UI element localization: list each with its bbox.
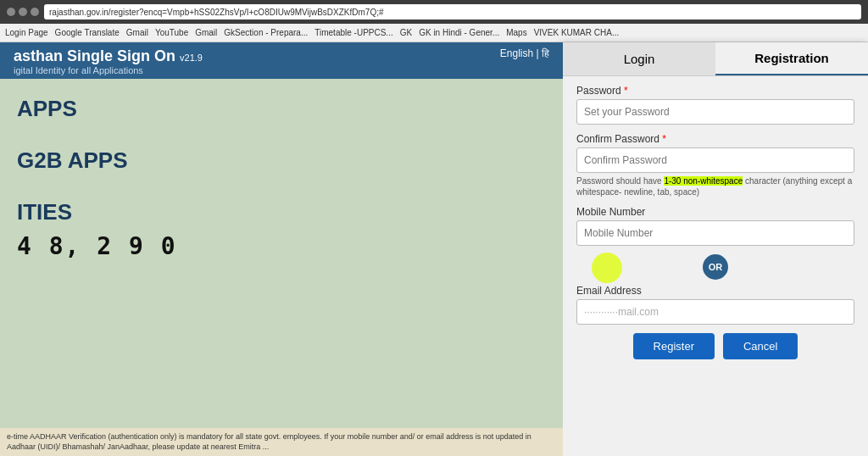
site-version: v21.9 (180, 53, 203, 63)
action-buttons: Register Cancel (576, 333, 854, 359)
site-branding: asthan Single Sign On v21.9 igital Ident… (14, 47, 203, 75)
g2b-section-label: G2B APPS (17, 147, 546, 174)
confirm-password-input[interactable] (576, 147, 854, 173)
lang-selector[interactable]: English | हि (500, 47, 549, 59)
bookmark-gmail2[interactable]: Gmail (195, 28, 217, 37)
url-bar[interactable]: rajasthan.gov.in/register?encq=Vmpb+hSS0… (44, 4, 861, 19)
bookmark-vivek[interactable]: VIVEK KUMAR CHA... (534, 28, 620, 37)
bookmark-youtube[interactable]: YouTube (155, 28, 188, 37)
register-button[interactable]: Register (633, 333, 715, 359)
email-label: Email Address (576, 285, 854, 297)
counter-display: 4 8, 2 9 0 (17, 232, 546, 260)
bookmark-gmail1[interactable]: Gmail (126, 28, 148, 37)
site-title: asthan Single Sign On v21.9 (14, 47, 203, 65)
right-panel: Login Registration Password * Confirm Pa… (563, 42, 868, 456)
or-divider: OR (576, 254, 854, 280)
tab-registration[interactable]: Registration (715, 42, 868, 75)
utilities-section-label: ITIES (17, 199, 546, 225)
confirm-password-field-group: Confirm Password * Password should have … (576, 133, 854, 197)
confirm-required-star: * (659, 133, 666, 145)
browser-btn-refresh[interactable] (31, 8, 39, 16)
apps-section-label: APPS (17, 96, 546, 122)
email-field-group: Email Address ············mail.com (576, 285, 854, 325)
mobile-field-group: Mobile Number (576, 206, 854, 246)
bookmark-gk[interactable]: GK (400, 28, 412, 37)
password-field-group: Password * (576, 85, 854, 125)
password-hint: Password should have 1-30 non-whitespace… (576, 175, 854, 197)
confirm-password-label: Confirm Password * (576, 133, 854, 145)
bookmark-maps[interactable]: Maps (506, 28, 526, 37)
site-subtitle: igital Identity for all Applications (14, 65, 203, 75)
bookmark-gksection[interactable]: GkSection - Prepara... (224, 28, 308, 37)
password-label: Password * (576, 85, 854, 97)
tab-login[interactable]: Login (563, 42, 715, 75)
site-header: asthan Single Sign On v21.9 igital Ident… (0, 42, 563, 79)
bookmarks-bar: Login Page Google Translate Gmail YouTub… (0, 24, 868, 42)
bookmark-gkhindi[interactable]: GK in Hindi - Gener... (419, 28, 499, 37)
left-content: APPS G2B APPS ITIES 4 8, 2 9 0 (0, 79, 563, 450)
tab-header: Login Registration (563, 42, 868, 76)
password-required-star: * (621, 85, 628, 97)
or-circle: OR (703, 254, 728, 280)
hint-highlight: 1-30 non-whitespace (664, 176, 743, 186)
bookmark-translate[interactable]: Google Translate (55, 28, 120, 37)
browser-controls (7, 8, 39, 16)
registration-form: Password * Confirm Password * Password s… (563, 76, 868, 456)
mobile-label: Mobile Number (576, 206, 854, 218)
url-text: rajasthan.gov.in/register?encq=Vmpb+hSS0… (49, 8, 384, 17)
browser-btn-forward[interactable] (19, 8, 27, 16)
email-input-display[interactable]: ············mail.com (576, 299, 854, 325)
mobile-input[interactable] (576, 220, 854, 246)
email-dots: ············ (584, 306, 618, 318)
email-partial: mail.com (618, 306, 659, 318)
page-container: asthan Single Sign On v21.9 igital Ident… (0, 42, 868, 456)
browser-btn-back[interactable] (7, 8, 15, 16)
bookmark-timetable[interactable]: Timetable -UPPCS... (314, 28, 392, 37)
left-section: asthan Single Sign On v21.9 igital Ident… (0, 42, 563, 456)
bookmark-login[interactable]: Login Page (5, 28, 48, 37)
cancel-button[interactable]: Cancel (723, 333, 798, 359)
footer-notice: e-time AADHAAR Verification (authenticat… (0, 428, 563, 456)
password-input[interactable] (576, 99, 854, 125)
browser-bar: rajasthan.gov.in/register?encq=Vmpb+hSS0… (0, 0, 868, 24)
